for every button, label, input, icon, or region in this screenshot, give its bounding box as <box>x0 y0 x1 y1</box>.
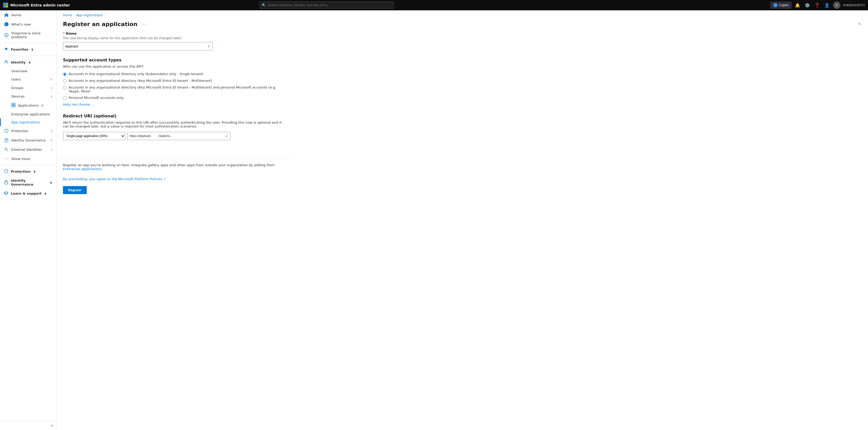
name-check-icon: ✓ <box>208 44 211 48</box>
show-more-label: Show more <box>11 157 52 161</box>
sidebar-applications-header[interactable]: Applications ∧ <box>0 101 57 110</box>
divider-2 <box>0 56 57 56</box>
sidebar-item-users[interactable]: Users ∨ <box>0 75 57 84</box>
sidebar-item-show-more[interactable]: ··· Show more <box>0 154 57 163</box>
sidebar-item-whats-new[interactable]: What's new <box>0 20 57 29</box>
enterprise-apps-link[interactable]: Enterprise applications <box>63 167 102 171</box>
avatar[interactable]: K <box>833 2 840 9</box>
identity-label: Identity <box>11 60 26 64</box>
sidebar-identity-header[interactable]: Identity ∧ <box>0 58 57 67</box>
content-area: Home › App registrations › Register an a… <box>57 10 868 430</box>
sidebar-learn-support-header[interactable]: Learn & support ∧ <box>0 189 57 198</box>
radio-multitenant-label[interactable]: Accounts in any organizational directory… <box>69 79 212 83</box>
radio-multitenant[interactable] <box>63 79 67 83</box>
name-input[interactable] <box>63 42 213 50</box>
svg-point-11 <box>5 148 7 150</box>
radio-personal-only-label[interactable]: Personal Microsoft accounts only <box>69 96 124 100</box>
sidebar-sub-overview[interactable]: Overview <box>0 67 57 75</box>
redirect-uri-title: Redirect URI (optional) <box>63 114 283 119</box>
sidebar-item-devices[interactable]: Devices ∨ <box>0 92 57 101</box>
learn-icon <box>4 191 8 196</box>
uri-input[interactable] <box>127 132 230 140</box>
help-button[interactable]: ❓ <box>813 2 821 9</box>
close-button[interactable]: × <box>858 21 862 27</box>
divider-1 <box>0 43 57 43</box>
main-layout: Home What's new Diagnose & solve problem… <box>0 10 868 430</box>
learn-support-label: Learn & support <box>11 191 41 195</box>
radio-single-tenant[interactable] <box>63 72 67 76</box>
radio-option-2: Accounts in any organizational directory… <box>63 79 283 83</box>
enterprise-apps-label: Enterprise applications <box>11 112 50 116</box>
svg-rect-3 <box>6 5 8 7</box>
page-header: Register an application ··· × <box>57 19 868 31</box>
feedback-button[interactable]: 👤 <box>824 2 831 9</box>
svg-rect-12 <box>5 182 8 184</box>
search-icon: 🔍 <box>262 3 266 7</box>
page-title: Register an application <box>63 21 137 27</box>
devices-label: Devices <box>11 94 48 98</box>
protection2-chevron: ∨ <box>33 170 36 174</box>
radio-single-tenant-label[interactable]: Accounts in this organizational director… <box>69 72 203 76</box>
protection-label: Protection <box>11 129 48 133</box>
copilot-button[interactable]: Copilot <box>771 2 792 8</box>
search-bar[interactable]: 🔍 <box>260 2 394 9</box>
register-button[interactable]: Register <box>63 186 87 194</box>
breadcrumb-app-registrations[interactable]: App registrations <box>76 13 103 17</box>
radio-personal-only[interactable] <box>63 96 67 100</box>
sidebar-favorites-header[interactable]: Favorites ∨ <box>0 45 57 54</box>
protection2-label: Protection <box>11 170 30 174</box>
favorites-label: Favorites <box>11 48 28 51</box>
radio-option-3: Accounts in any organizational directory… <box>63 86 283 93</box>
sidebar-collapse-button[interactable]: « <box>0 421 57 430</box>
settings-button[interactable]: ⚙️ <box>804 2 811 9</box>
copilot-icon <box>773 3 777 7</box>
identity-icon <box>4 60 8 65</box>
star-icon <box>4 47 8 52</box>
redirect-uri-type-select[interactable]: Single-page application (SPA) Web Public… <box>63 132 125 140</box>
policy-link[interactable]: By proceeding, you agree to the Microsof… <box>57 175 868 183</box>
governance-icon <box>4 138 9 143</box>
sidebar-item-identity-governance[interactable]: Identity Governance ∨ <box>0 135 57 145</box>
sidebar-sub-app-registrations[interactable]: App registrations <box>0 118 57 126</box>
svg-point-5 <box>5 60 7 62</box>
name-input-wrapper: ✓ <box>63 42 213 50</box>
app-registrations-label: App registrations <box>11 120 40 124</box>
notifications-button[interactable]: 🔔 <box>794 2 801 9</box>
sidebar-item-external-identities[interactable]: External Identities ∨ <box>0 145 57 154</box>
name-section: *Name The user-facing display name for t… <box>63 31 283 50</box>
sidebar-item-groups[interactable]: Groups ∨ <box>0 84 57 92</box>
account-types-section: Supported account types Who can use this… <box>63 58 283 106</box>
topbar-actions: Copilot 🔔 ⚙️ ❓ 👤 K KUBEROCKETCI <box>771 2 865 9</box>
external-link-icon: ↗ <box>163 177 165 181</box>
sidebar-sub-enterprise-apps[interactable]: Enterprise applications <box>0 110 57 118</box>
redirect-uri-description: We'll return the authentication response… <box>63 121 283 128</box>
apps-icon <box>11 103 16 108</box>
name-description: The user-facing display name for this ap… <box>63 36 283 40</box>
page-menu-button[interactable]: ··· <box>141 21 148 27</box>
topbar: Microsoft Entra admin center 🔍 Copilot 🔔… <box>0 0 868 10</box>
user-name[interactable]: KUBEROCKETCI <box>843 4 865 7</box>
home-icon <box>4 13 9 17</box>
svg-rect-10 <box>5 140 8 142</box>
sidebar-item-diagnose[interactable]: Diagnose & solve problems <box>0 29 57 41</box>
radio-multitenant-personal[interactable] <box>63 86 67 90</box>
breadcrumb-home[interactable]: Home <box>63 13 72 17</box>
diagnose-icon <box>4 33 9 37</box>
sidebar-protection2-header[interactable]: Protection ∨ <box>0 167 57 176</box>
sidebar-item-home[interactable]: Home <box>0 10 57 20</box>
radio-multitenant-personal-label[interactable]: Accounts in any organizational directory… <box>69 86 283 93</box>
account-types-description: Who can use this application or access t… <box>63 64 283 68</box>
divider-3 <box>0 165 57 165</box>
external-icon <box>4 147 9 152</box>
help-me-choose-link[interactable]: Help me choose... <box>63 102 93 106</box>
svg-rect-1 <box>6 3 8 5</box>
svg-rect-6 <box>11 103 13 105</box>
users-label: Users <box>11 78 48 81</box>
more-icon: ··· <box>4 156 9 161</box>
identity-governance2-chevron: ∨ <box>50 181 52 185</box>
groups-label: Groups <box>11 86 48 90</box>
sidebar-item-protection[interactable]: Protection ∨ <box>0 126 57 135</box>
sidebar-identity-governance2-header[interactable]: Identity Governance ∨ <box>0 176 57 189</box>
search-input[interactable] <box>260 2 394 9</box>
protection-chevron: ∨ <box>51 129 52 132</box>
